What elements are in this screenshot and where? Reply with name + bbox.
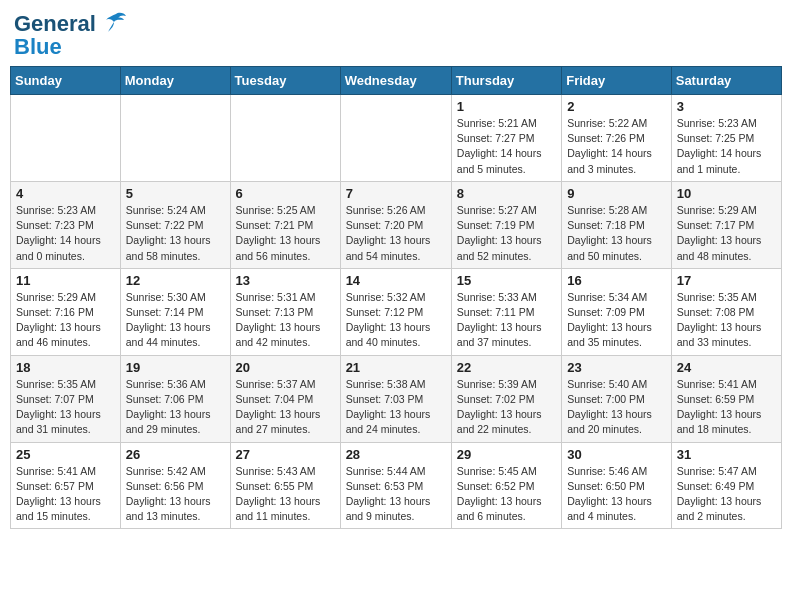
day-info: Sunrise: 5:25 AM Sunset: 7:21 PM Dayligh…	[236, 203, 335, 264]
day-info: Sunrise: 5:41 AM Sunset: 6:59 PM Dayligh…	[677, 377, 776, 438]
day-info: Sunrise: 5:28 AM Sunset: 7:18 PM Dayligh…	[567, 203, 666, 264]
day-number: 26	[126, 447, 225, 462]
week-row-1: 1Sunrise: 5:21 AM Sunset: 7:27 PM Daylig…	[11, 95, 782, 182]
day-number: 20	[236, 360, 335, 375]
day-number: 17	[677, 273, 776, 288]
day-number: 16	[567, 273, 666, 288]
day-number: 28	[346, 447, 446, 462]
calendar-cell: 10Sunrise: 5:29 AM Sunset: 7:17 PM Dayli…	[671, 181, 781, 268]
calendar-cell: 17Sunrise: 5:35 AM Sunset: 7:08 PM Dayli…	[671, 268, 781, 355]
day-info: Sunrise: 5:31 AM Sunset: 7:13 PM Dayligh…	[236, 290, 335, 351]
weekday-header-sunday: Sunday	[11, 67, 121, 95]
day-info: Sunrise: 5:43 AM Sunset: 6:55 PM Dayligh…	[236, 464, 335, 525]
calendar-cell	[11, 95, 121, 182]
day-number: 25	[16, 447, 115, 462]
day-info: Sunrise: 5:35 AM Sunset: 7:07 PM Dayligh…	[16, 377, 115, 438]
day-info: Sunrise: 5:21 AM Sunset: 7:27 PM Dayligh…	[457, 116, 556, 177]
day-info: Sunrise: 5:36 AM Sunset: 7:06 PM Dayligh…	[126, 377, 225, 438]
calendar-cell: 12Sunrise: 5:30 AM Sunset: 7:14 PM Dayli…	[120, 268, 230, 355]
day-number: 5	[126, 186, 225, 201]
weekday-header-saturday: Saturday	[671, 67, 781, 95]
week-row-3: 11Sunrise: 5:29 AM Sunset: 7:16 PM Dayli…	[11, 268, 782, 355]
calendar-cell: 5Sunrise: 5:24 AM Sunset: 7:22 PM Daylig…	[120, 181, 230, 268]
day-info: Sunrise: 5:47 AM Sunset: 6:49 PM Dayligh…	[677, 464, 776, 525]
calendar-cell: 26Sunrise: 5:42 AM Sunset: 6:56 PM Dayli…	[120, 442, 230, 529]
day-number: 11	[16, 273, 115, 288]
calendar-body: 1Sunrise: 5:21 AM Sunset: 7:27 PM Daylig…	[11, 95, 782, 529]
calendar-cell: 22Sunrise: 5:39 AM Sunset: 7:02 PM Dayli…	[451, 355, 561, 442]
day-info: Sunrise: 5:27 AM Sunset: 7:19 PM Dayligh…	[457, 203, 556, 264]
day-number: 8	[457, 186, 556, 201]
week-row-5: 25Sunrise: 5:41 AM Sunset: 6:57 PM Dayli…	[11, 442, 782, 529]
page-header: General Blue	[10, 10, 782, 60]
day-number: 27	[236, 447, 335, 462]
day-number: 30	[567, 447, 666, 462]
week-row-2: 4Sunrise: 5:23 AM Sunset: 7:23 PM Daylig…	[11, 181, 782, 268]
weekday-header-tuesday: Tuesday	[230, 67, 340, 95]
day-info: Sunrise: 5:44 AM Sunset: 6:53 PM Dayligh…	[346, 464, 446, 525]
day-info: Sunrise: 5:33 AM Sunset: 7:11 PM Dayligh…	[457, 290, 556, 351]
calendar-cell	[230, 95, 340, 182]
day-number: 14	[346, 273, 446, 288]
calendar-cell: 14Sunrise: 5:32 AM Sunset: 7:12 PM Dayli…	[340, 268, 451, 355]
day-number: 24	[677, 360, 776, 375]
calendar-cell: 16Sunrise: 5:34 AM Sunset: 7:09 PM Dayli…	[562, 268, 672, 355]
day-number: 1	[457, 99, 556, 114]
calendar-cell: 7Sunrise: 5:26 AM Sunset: 7:20 PM Daylig…	[340, 181, 451, 268]
day-info: Sunrise: 5:23 AM Sunset: 7:25 PM Dayligh…	[677, 116, 776, 177]
calendar-cell: 30Sunrise: 5:46 AM Sunset: 6:50 PM Dayli…	[562, 442, 672, 529]
day-info: Sunrise: 5:37 AM Sunset: 7:04 PM Dayligh…	[236, 377, 335, 438]
day-info: Sunrise: 5:23 AM Sunset: 7:23 PM Dayligh…	[16, 203, 115, 264]
calendar-cell: 23Sunrise: 5:40 AM Sunset: 7:00 PM Dayli…	[562, 355, 672, 442]
day-number: 21	[346, 360, 446, 375]
day-number: 29	[457, 447, 556, 462]
weekday-header-friday: Friday	[562, 67, 672, 95]
day-info: Sunrise: 5:45 AM Sunset: 6:52 PM Dayligh…	[457, 464, 556, 525]
day-info: Sunrise: 5:30 AM Sunset: 7:14 PM Dayligh…	[126, 290, 225, 351]
day-number: 19	[126, 360, 225, 375]
calendar-cell: 19Sunrise: 5:36 AM Sunset: 7:06 PM Dayli…	[120, 355, 230, 442]
day-info: Sunrise: 5:22 AM Sunset: 7:26 PM Dayligh…	[567, 116, 666, 177]
day-number: 12	[126, 273, 225, 288]
day-number: 13	[236, 273, 335, 288]
day-info: Sunrise: 5:46 AM Sunset: 6:50 PM Dayligh…	[567, 464, 666, 525]
calendar-cell: 31Sunrise: 5:47 AM Sunset: 6:49 PM Dayli…	[671, 442, 781, 529]
calendar-cell: 6Sunrise: 5:25 AM Sunset: 7:21 PM Daylig…	[230, 181, 340, 268]
day-info: Sunrise: 5:42 AM Sunset: 6:56 PM Dayligh…	[126, 464, 225, 525]
calendar-cell: 11Sunrise: 5:29 AM Sunset: 7:16 PM Dayli…	[11, 268, 121, 355]
calendar-cell: 15Sunrise: 5:33 AM Sunset: 7:11 PM Dayli…	[451, 268, 561, 355]
day-number: 4	[16, 186, 115, 201]
day-info: Sunrise: 5:38 AM Sunset: 7:03 PM Dayligh…	[346, 377, 446, 438]
calendar-cell: 9Sunrise: 5:28 AM Sunset: 7:18 PM Daylig…	[562, 181, 672, 268]
calendar-cell: 8Sunrise: 5:27 AM Sunset: 7:19 PM Daylig…	[451, 181, 561, 268]
day-number: 9	[567, 186, 666, 201]
day-number: 31	[677, 447, 776, 462]
day-info: Sunrise: 5:26 AM Sunset: 7:20 PM Dayligh…	[346, 203, 446, 264]
weekday-header-row: SundayMondayTuesdayWednesdayThursdayFrid…	[11, 67, 782, 95]
calendar-cell	[120, 95, 230, 182]
weekday-header-monday: Monday	[120, 67, 230, 95]
logo-bird-icon	[98, 10, 128, 38]
calendar-table: SundayMondayTuesdayWednesdayThursdayFrid…	[10, 66, 782, 529]
calendar-cell: 29Sunrise: 5:45 AM Sunset: 6:52 PM Dayli…	[451, 442, 561, 529]
day-number: 2	[567, 99, 666, 114]
day-number: 22	[457, 360, 556, 375]
day-info: Sunrise: 5:40 AM Sunset: 7:00 PM Dayligh…	[567, 377, 666, 438]
logo: General Blue	[14, 10, 128, 60]
calendar-cell: 24Sunrise: 5:41 AM Sunset: 6:59 PM Dayli…	[671, 355, 781, 442]
calendar-cell: 25Sunrise: 5:41 AM Sunset: 6:57 PM Dayli…	[11, 442, 121, 529]
week-row-4: 18Sunrise: 5:35 AM Sunset: 7:07 PM Dayli…	[11, 355, 782, 442]
calendar-cell: 28Sunrise: 5:44 AM Sunset: 6:53 PM Dayli…	[340, 442, 451, 529]
calendar-cell	[340, 95, 451, 182]
calendar-cell: 2Sunrise: 5:22 AM Sunset: 7:26 PM Daylig…	[562, 95, 672, 182]
calendar-cell: 27Sunrise: 5:43 AM Sunset: 6:55 PM Dayli…	[230, 442, 340, 529]
calendar-cell: 20Sunrise: 5:37 AM Sunset: 7:04 PM Dayli…	[230, 355, 340, 442]
calendar-cell: 18Sunrise: 5:35 AM Sunset: 7:07 PM Dayli…	[11, 355, 121, 442]
day-number: 7	[346, 186, 446, 201]
calendar-cell: 3Sunrise: 5:23 AM Sunset: 7:25 PM Daylig…	[671, 95, 781, 182]
day-info: Sunrise: 5:29 AM Sunset: 7:16 PM Dayligh…	[16, 290, 115, 351]
calendar-cell: 13Sunrise: 5:31 AM Sunset: 7:13 PM Dayli…	[230, 268, 340, 355]
day-number: 3	[677, 99, 776, 114]
day-info: Sunrise: 5:32 AM Sunset: 7:12 PM Dayligh…	[346, 290, 446, 351]
day-info: Sunrise: 5:39 AM Sunset: 7:02 PM Dayligh…	[457, 377, 556, 438]
